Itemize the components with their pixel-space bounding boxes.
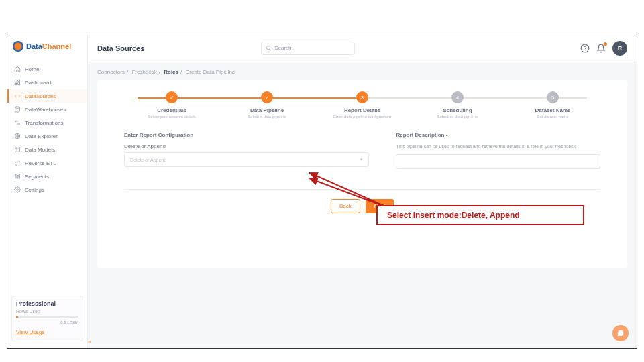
sidebar-item-settings[interactable]: Settings bbox=[7, 183, 87, 196]
step-sub: Select your account details bbox=[124, 115, 219, 119]
step-dot: ✓ bbox=[261, 91, 273, 103]
svg-rect-3 bbox=[15, 84, 17, 85]
divider bbox=[124, 189, 600, 190]
sidebar-item-label: Transformations bbox=[25, 120, 64, 126]
step-credentials[interactable]: ✓ Credentials Select your account detail… bbox=[124, 91, 219, 119]
step-dot: 4 bbox=[451, 91, 464, 103]
stepper: ✓ Credentials Select your account detail… bbox=[124, 91, 600, 119]
svg-rect-1 bbox=[18, 80, 20, 81]
step-title: Data Pipeline bbox=[219, 107, 315, 113]
step-title: Credentials bbox=[124, 107, 219, 113]
sidebar-item-label: DataSources bbox=[25, 93, 56, 99]
plan-box: Professsional Rows Used 0.3 L/50M View U… bbox=[11, 296, 83, 341]
select-placeholder: Delete or Append bbox=[130, 158, 166, 162]
step-dot: 5 bbox=[547, 91, 559, 103]
sidebar-item-datasources[interactable]: DataSources bbox=[7, 89, 87, 103]
crumb-roles[interactable]: Roles bbox=[164, 69, 178, 75]
sidebar-item-label: Segments bbox=[25, 174, 49, 180]
search-placeholder: Search.. bbox=[274, 45, 294, 51]
sidebar-item-label: Home bbox=[25, 66, 39, 72]
step-sub: Enter data pipeline configuration bbox=[315, 115, 410, 119]
back-button[interactable]: Back bbox=[331, 199, 360, 213]
sidebar-item-label: Data Models bbox=[25, 147, 55, 153]
sidebar-item-dashboard[interactable]: Dashboard bbox=[7, 76, 87, 89]
step-reportdetails[interactable]: 3 Report Details Enter data pipeline con… bbox=[315, 91, 410, 119]
field-label: Delete or Append bbox=[124, 143, 369, 149]
sidebar: DataChannel Home Dashboard DataSources D… bbox=[7, 34, 88, 348]
search-icon bbox=[266, 45, 272, 51]
sidebar-item-segments[interactable]: Segments bbox=[7, 170, 87, 183]
logo-icon bbox=[13, 41, 23, 52]
crumb-connectors[interactable]: Connectors bbox=[97, 69, 125, 75]
step-scheduling[interactable]: 4 Scheduling Schedule data pipeline bbox=[410, 91, 505, 119]
reverse-etl-icon bbox=[14, 160, 21, 166]
sidebar-item-label: DataWarehouses bbox=[25, 107, 66, 113]
notification-dot bbox=[604, 42, 607, 46]
desc-label: Report Description - bbox=[396, 132, 600, 138]
step-title: Dataset Name bbox=[505, 107, 600, 113]
breadcrumb: Connectors/ Freshdesk/ Roles/ Create Dat… bbox=[97, 69, 627, 75]
desc-text: This pipeline can be used to request and… bbox=[396, 143, 600, 150]
step-title: Report Details bbox=[315, 107, 410, 113]
search-input[interactable]: Search.. bbox=[261, 42, 355, 55]
plan-progress bbox=[16, 316, 78, 318]
crumb-freshdesk[interactable]: Freshdesk bbox=[131, 69, 156, 75]
step-title: Scheduling bbox=[410, 107, 505, 113]
brand-part1: Data bbox=[26, 42, 42, 50]
brand-part2: Channel bbox=[42, 42, 71, 50]
plan-name: Professsional bbox=[16, 300, 78, 307]
step-sub: Set dataset name bbox=[505, 115, 600, 119]
section-label: Enter Report Configuration bbox=[124, 132, 369, 138]
wizard-panel: ✓ Credentials Select your account detail… bbox=[97, 80, 627, 268]
header: Data Sources Search.. R bbox=[88, 34, 637, 62]
svg-rect-0 bbox=[15, 80, 17, 82]
crumb-create[interactable]: Create Data Pipeline bbox=[185, 69, 235, 75]
annotation-callout: Select Insert mode:Delete, Append bbox=[376, 205, 584, 225]
segments-icon bbox=[14, 173, 21, 180]
explorer-icon bbox=[14, 133, 21, 139]
step-dot: ✓ bbox=[166, 91, 178, 103]
chat-icon bbox=[616, 329, 625, 337]
sidebar-item-label: Reverse ETL bbox=[25, 160, 56, 166]
home-icon bbox=[14, 66, 21, 72]
datasources-icon bbox=[14, 93, 21, 99]
sidebar-item-label: Settings bbox=[25, 187, 44, 193]
logo[interactable]: DataChannel bbox=[7, 34, 87, 58]
step-datasetname[interactable]: 5 Dataset Name Set dataset name bbox=[505, 91, 600, 119]
delete-append-select[interactable]: Delete or Append ▾ bbox=[124, 152, 369, 167]
header-icons: R bbox=[580, 41, 627, 56]
sidebar-item-reverseetl[interactable]: Reverse ETL bbox=[7, 156, 87, 170]
step-datapipeline[interactable]: ✓ Data Pipeline Select a data pipeline bbox=[219, 91, 315, 119]
sidebar-item-transformations[interactable]: Transformations bbox=[7, 116, 87, 129]
dashboard-icon bbox=[14, 79, 21, 86]
plan-rows-label: Rows Used bbox=[16, 309, 78, 314]
svg-rect-8 bbox=[17, 176, 18, 178]
avatar[interactable]: R bbox=[612, 41, 627, 56]
models-icon bbox=[14, 146, 21, 153]
sidebar-item-label: Data Explorer bbox=[25, 133, 58, 139]
sidebar-item-datamodels[interactable]: Data Models bbox=[7, 143, 87, 156]
form-row: Enter Report Configuration Delete or App… bbox=[124, 132, 600, 169]
help-icon[interactable] bbox=[580, 44, 590, 53]
step-sub: Select a data pipeline bbox=[219, 115, 315, 119]
svg-point-4 bbox=[15, 107, 20, 109]
form-right: Report Description - This pipeline can b… bbox=[396, 132, 600, 169]
bell-icon[interactable] bbox=[596, 44, 606, 53]
step-sub: Schedule data pipeline bbox=[410, 115, 505, 119]
form-left: Enter Report Configuration Delete or App… bbox=[124, 132, 369, 169]
page-title: Data Sources bbox=[97, 44, 144, 52]
sidebar-item-dataexplorer[interactable]: Data Explorer bbox=[7, 129, 87, 143]
view-usage-link[interactable]: View Usage bbox=[16, 329, 45, 335]
svg-rect-2 bbox=[18, 82, 20, 85]
chevron-down-icon: ▾ bbox=[360, 157, 363, 162]
desc-input[interactable] bbox=[396, 154, 600, 169]
plan-value: 0.3 L/50M bbox=[16, 320, 78, 324]
app-frame: DataChannel Home Dashboard DataSources D… bbox=[7, 34, 637, 349]
transform-icon bbox=[14, 119, 21, 126]
sidebar-item-datawarehouses[interactable]: DataWarehouses bbox=[7, 103, 87, 116]
sidebar-item-home[interactable]: Home bbox=[7, 62, 87, 76]
warehouse-icon bbox=[14, 106, 21, 113]
svg-point-10 bbox=[17, 189, 19, 191]
nav: Home Dashboard DataSources DataWarehouse… bbox=[7, 62, 87, 196]
chat-fab[interactable] bbox=[612, 325, 629, 341]
